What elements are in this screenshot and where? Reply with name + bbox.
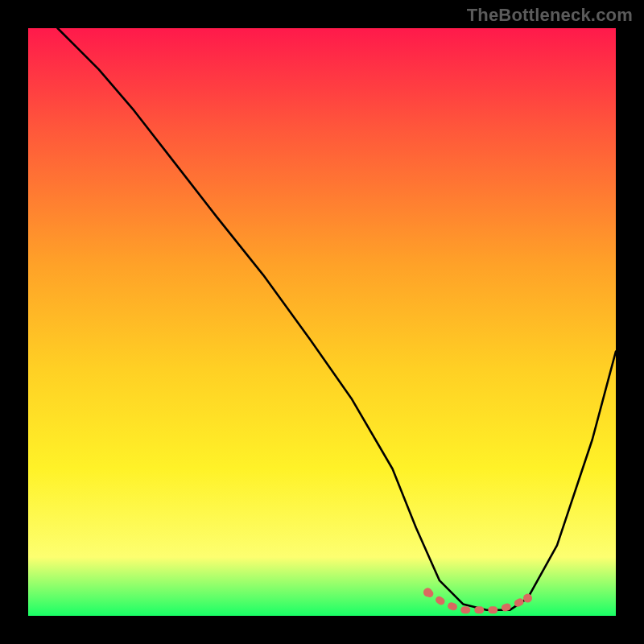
highlight-endpoint [423,588,432,597]
highlight-endpoint [523,594,532,603]
chart-stage: TheBottleneck.com [0,0,644,644]
bottleneck-chart [0,0,644,644]
watermark-text: TheBottleneck.com [467,5,633,26]
gradient-background [28,28,616,616]
